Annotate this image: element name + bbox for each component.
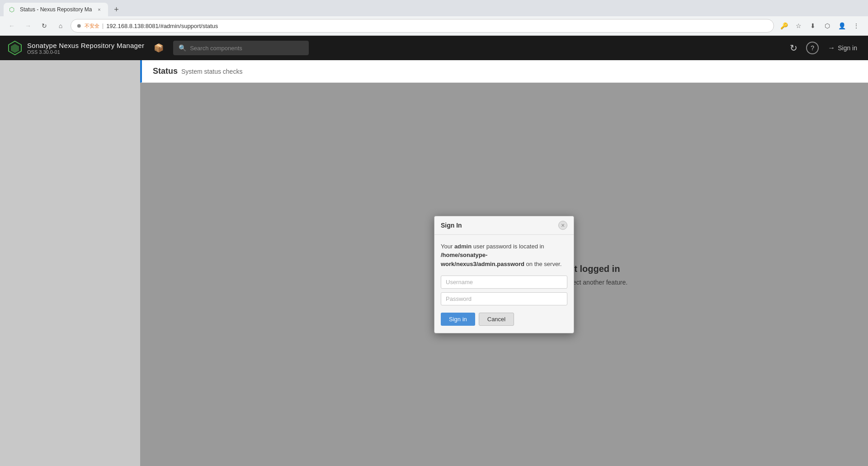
back-button[interactable]: ← [5,19,18,32]
filepath: /home/sonatype-work/nexus3/admin.passwor… [441,252,524,267]
password-input[interactable] [441,292,567,305]
forward-button[interactable]: → [22,19,34,32]
sign-in-icon: → [828,44,835,52]
dialog-close-button[interactable]: × [558,221,567,230]
address-bar-row: ← → ↻ ⌂ ⏺ 不安全 | 192.168.8.138:8081/#admi… [0,16,868,35]
dialog-header: Sign In × [434,216,574,235]
security-record-icon: ⏺ [76,23,82,29]
sign-in-button[interactable]: → Sign in [824,42,861,54]
message-pre: Your [441,243,454,250]
tab-title: Status - Nexus Repository Ma [20,6,92,13]
app-logo-text: Sonatype Nexus Repository Manager OSS 3.… [27,42,144,55]
dialog-body: Your admin user password is located in /… [434,235,574,333]
username-input[interactable] [441,276,567,289]
tab-favicon: ⬡ [9,6,16,13]
dialog-cancel-button[interactable]: Cancel [479,313,514,326]
account-button[interactable]: 👤 [835,19,848,32]
help-button[interactable]: ? [806,42,819,54]
message-bold: admin [454,243,472,250]
home-button[interactable]: ⌂ [54,19,67,32]
page-title: Status [153,67,178,76]
sign-in-label: Sign in [838,44,857,52]
search-input[interactable] [190,45,289,52]
page-content: ilable as you are not logged in iture yo… [140,83,868,466]
app-version: OSS 3.30.0-01 [27,49,144,55]
signin-dialog: Sign In × Your admin user password is lo… [434,216,574,334]
modal-overlay: Sign In × Your admin user password is lo… [140,83,868,466]
content-area: Status System status checks ilable as yo… [140,60,868,466]
address-separator: | [102,23,104,29]
active-tab[interactable]: ⬡ Status - Nexus Repository Ma × [4,3,108,16]
header-actions: ↻ ? → Sign in [786,41,861,55]
message-mid: user password is located in [472,243,544,250]
dialog-signin-button[interactable]: Sign in [441,313,475,326]
sidebar [0,60,140,466]
tab-close-button[interactable]: × [95,6,103,13]
message-post: on the server. [524,261,561,267]
extensions-button[interactable]: ⬡ [821,19,834,32]
key-button[interactable]: 🔑 [778,19,790,32]
reload-button[interactable]: ↻ [38,19,51,32]
main-layout: Status System status checks ilable as yo… [0,60,868,466]
app-logo: Sonatype Nexus Repository Manager OSS 3.… [7,40,144,56]
tab-bar: ⬡ Status - Nexus Repository Ma × + [0,0,868,16]
browser-actions: 🔑 ☆ ⬇ ⬡ 👤 ⋮ [778,19,863,32]
address-bar[interactable]: ⏺ 不安全 | 192.168.8.138:8081/#admin/suppor… [71,19,774,33]
dialog-message: Your admin user password is located in /… [441,242,567,269]
svg-marker-1 [11,44,19,53]
menu-button[interactable]: ⋮ [850,19,863,32]
dialog-title: Sign In [441,222,462,229]
browse-icon-button[interactable]: 📦 [151,41,166,55]
page-header: Status System status checks [140,60,868,83]
app-name: Sonatype Nexus Repository Manager [27,42,144,49]
bookmark-button[interactable]: ☆ [792,19,805,32]
search-icon: 🔍 [179,44,186,52]
browser-chrome: ⬡ Status - Nexus Repository Ma × + ← → ↻… [0,0,868,36]
new-tab-button[interactable]: + [110,3,123,16]
app-header: Sonatype Nexus Repository Manager OSS 3.… [0,36,868,60]
dialog-actions: Sign in Cancel [441,313,567,326]
security-warning: 不安全 [85,23,99,29]
nexus-logo-icon [7,40,23,56]
search-bar[interactable]: 🔍 [173,41,309,55]
address-url: 192.168.8.138:8081/#admin/support/status [106,23,768,29]
refresh-button[interactable]: ↻ [786,41,801,55]
page-subtitle: System status checks [181,68,242,75]
download-button[interactable]: ⬇ [807,19,819,32]
